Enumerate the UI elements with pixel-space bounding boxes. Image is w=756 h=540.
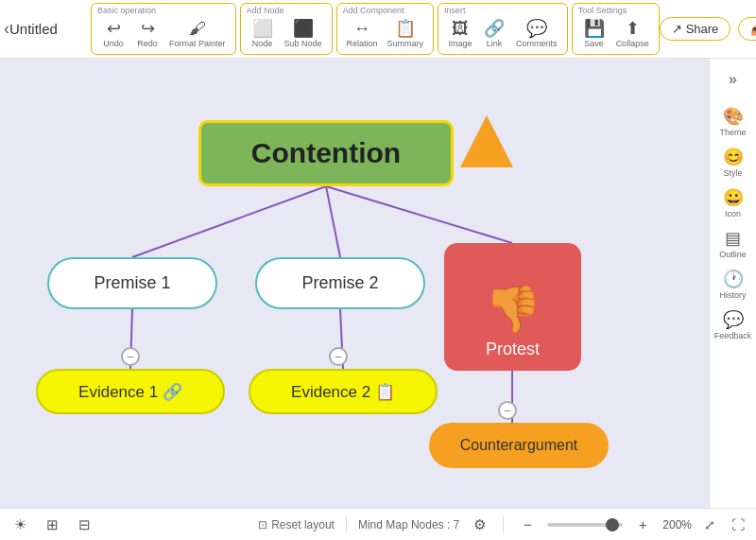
history-icon: 🕐 [723,269,744,289]
divider-1 [346,515,347,534]
node-label: Node [252,39,273,48]
collapse-premise1-button[interactable]: − [121,347,140,366]
theme-label: Theme [719,128,746,137]
grid-button[interactable]: ⊞ [40,513,64,537]
icon-button[interactable]: 😀 Icon [713,183,754,222]
share-button[interactable]: ↗ Share [660,17,731,41]
fit-width-button[interactable]: ⤢ [699,514,720,535]
summary-button[interactable]: 📋 Summary [384,17,428,51]
icon-icon: 😀 [723,187,744,208]
collapse-label: Collapse [616,39,649,48]
comments-label: Comments [516,39,558,48]
relation-button[interactable]: ↔ Relation [343,17,382,51]
settings-dot-icon: ⚙ [473,516,486,533]
format-painter-label: Format Painter [169,39,226,48]
side-panel-collapse-button[interactable]: » [718,66,748,93]
outline-label: Outline [719,250,747,259]
header: ‹ Untitled Basic operation ↩ Undo ↪ Redo… [0,0,756,59]
history-button[interactable]: 🕐 History [713,265,754,304]
toolbar-group-basic: Basic operation ↩ Undo ↪ Redo 🖌 Format P… [91,3,236,56]
style-button[interactable]: 😊 Style [713,143,754,182]
feedback-label: Feedback [714,331,752,340]
minus-icon: − [524,516,532,532]
table-icon: ⊟ [78,516,91,533]
image-icon: 🖼 [452,19,469,40]
redo-label: Redo [137,39,158,48]
link-icon: 🔗 [484,19,505,40]
node-icon: ⬜ [252,19,273,40]
summary-label: Summary [387,39,424,48]
style-label: Style [723,168,742,178]
image-label: Image [449,39,472,48]
collapse-button[interactable]: ⬆ Collapse [612,17,653,51]
node-button[interactable]: ⬜ Node [247,17,279,51]
save-label: Save [584,39,604,48]
export-button[interactable]: 📤 Export [738,17,756,41]
arrow-up [460,115,513,167]
icon-label: Icon [725,209,741,218]
canvas: Contention Premise 1 Premise 2 👎 Protest… [0,59,709,508]
nodes-info: Mind Map Nodes : 7 [358,518,459,531]
contention-node[interactable]: Contention [198,120,454,186]
evidence2-node[interactable]: Evidence 2 📋 [249,369,438,414]
sun-button[interactable]: ☀ [8,513,32,537]
protest-label: Protest [486,340,540,359]
feedback-icon: 💬 [723,309,744,330]
outline-icon: ▤ [725,228,741,249]
collapse-protest-button[interactable]: − [498,401,517,420]
counterargument-node[interactable]: Counterargument [429,423,609,468]
outline-button[interactable]: ▤ Outline [713,224,754,263]
zoom-in-button[interactable]: + [630,513,655,537]
premise1-label: Premise 1 [94,273,170,293]
settings-dot-button[interactable]: ⚙ [467,513,491,537]
format-painter-icon: 🖌 [189,19,206,40]
theme-icon: 🎨 [723,106,744,127]
toolbar-group-add-node-label: Add Node [247,6,284,15]
table-button[interactable]: ⊟ [72,513,96,537]
zoom-level: 200% [662,518,692,531]
style-icon: 😊 [723,147,744,167]
svg-line-2 [326,186,512,243]
comments-button[interactable]: 💬 Comments [512,17,561,51]
image-button[interactable]: 🖼 Image [444,17,476,51]
toolbar-group-tool-settings: Tool Settings 💾 Save ⬆ Collapse [572,3,660,56]
share-icon: ↗ [672,22,682,36]
reset-layout-button[interactable]: ⊡ Reset layout [258,518,335,531]
toolbar-group-tool-settings-label: Tool Settings [578,6,627,15]
sub-node-label: Sub Node [284,39,322,48]
thumbs-down-icon: 👎 [485,283,541,336]
sub-node-button[interactable]: ⬛ Sub Node [281,17,326,51]
fit-screen-button[interactable]: ⛶ [728,514,748,535]
nodes-label: Mind Map Nodes : 7 [358,518,459,531]
divider-2 [503,515,504,534]
redo-icon: ↪ [141,19,155,40]
contention-label: Contention [251,137,401,169]
right-toolbar: ↗ Share 📤 Export [660,17,756,41]
premise1-node[interactable]: Premise 1 [47,257,217,309]
save-icon: 💾 [584,19,605,40]
link-button[interactable]: 🔗 Link [478,17,510,51]
zoom-out-button[interactable]: − [515,513,540,537]
collapse-premise2-button[interactable]: − [329,347,348,366]
redo-button[interactable]: ↪ Redo [131,17,163,51]
premise2-node[interactable]: Premise 2 [255,257,425,309]
relation-label: Relation [347,39,378,48]
save-button[interactable]: 💾 Save [578,17,610,51]
plus-icon: + [639,516,647,532]
undo-button[interactable]: ↩ Undo [97,17,129,51]
premise2-label: Premise 2 [301,273,378,293]
toolbar-group-insert-label: Insert [444,6,466,15]
protest-node[interactable]: 👎 Protest [444,243,581,371]
comments-icon: 💬 [526,19,547,40]
feedback-button[interactable]: 💬 Feedback [713,305,754,344]
evidence1-node[interactable]: Evidence 1 🔗 [36,369,225,414]
reset-layout-label: Reset layout [271,518,335,531]
summary-icon: 📋 [395,19,416,40]
toolbar-group-add-component-label: Add Component [343,6,404,15]
undo-label: Undo [103,39,124,48]
format-painter-button[interactable]: 🖌 Format Painter [165,17,230,51]
zoom-slider[interactable] [547,523,623,527]
theme-button[interactable]: 🎨 Theme [713,102,754,141]
app-title: Untitled [9,21,76,37]
side-panel: » 🎨 Theme 😊 Style 😀 Icon ▤ Outline 🕐 His… [709,59,756,508]
